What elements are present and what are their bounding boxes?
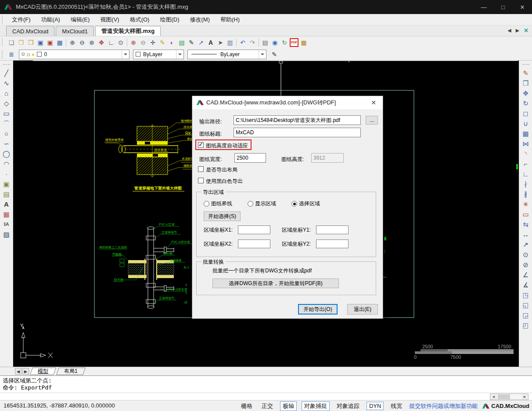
menu-item[interactable]: 修改(M) <box>184 14 215 25</box>
output-path-input[interactable] <box>234 115 361 125</box>
modify-tool-icon[interactable]: ↗ <box>521 239 531 250</box>
draw-tool-icon[interactable]: ○ <box>2 129 11 139</box>
draw-tool-icon[interactable]: ◇ <box>2 98 11 108</box>
toolbar-icon[interactable]: ▦ <box>299 38 308 47</box>
modify-tool-icon[interactable]: ◻ <box>521 108 531 118</box>
status-toggle[interactable]: 正交 <box>259 402 275 411</box>
feedback-link[interactable]: 提交软件问题或增加新功能 <box>409 402 478 410</box>
layout-prev-icon[interactable]: ◀ <box>15 368 22 375</box>
scroll-left-icon[interactable]: ◀ <box>490 394 497 400</box>
start-select-button[interactable]: 开始选择(S) <box>204 211 241 221</box>
toolbar-icon[interactable]: ▥ <box>226 38 234 47</box>
toolbar-icon[interactable]: ⊙ <box>116 38 125 47</box>
modify-tool-icon[interactable]: ❐ <box>521 78 531 88</box>
draw-tool-icon[interactable]: ∽ <box>2 139 11 149</box>
browse-button[interactable]: ... <box>366 116 378 125</box>
toolbar-icon[interactable]: ⊕ <box>68 38 77 47</box>
sheet-width-input[interactable] <box>234 153 266 163</box>
modify-tool-icon[interactable]: ∤ <box>521 179 531 189</box>
coord-input[interactable] <box>238 239 270 248</box>
modify-tool-icon[interactable]: ◳ <box>521 290 531 300</box>
coord-input[interactable] <box>316 225 349 234</box>
modify-tool-icon[interactable]: ◲ <box>521 310 531 320</box>
linetype-combobox[interactable]: ByLayer <box>187 50 266 59</box>
toolbar-icon[interactable]: A <box>206 38 215 47</box>
tab-prev-icon[interactable]: ◀ <box>507 28 511 33</box>
color-combobox[interactable]: ByLayer <box>133 50 184 59</box>
batch-convert-button[interactable]: 选择DWG所在目录，开始批量转PDF(B) <box>212 279 339 288</box>
toolbar-icon[interactable]: ◐ <box>168 38 176 47</box>
modify-tool-icon[interactable]: ↔ <box>521 229 531 239</box>
toolbar-icon[interactable]: ➚ <box>197 38 205 47</box>
toolbar-icon[interactable]: ↶ <box>238 38 247 47</box>
menu-item[interactable]: 视图(V) <box>95 14 124 25</box>
bw-export-checkbox[interactable] <box>198 178 204 183</box>
toolbar-icon[interactable] <box>259 39 259 46</box>
coord-input[interactable] <box>238 225 270 234</box>
coord-input[interactable] <box>316 239 349 248</box>
toolbar-icon[interactable]: ❐ <box>17 38 25 47</box>
region-radio[interactable]: 选择区域 <box>291 200 335 207</box>
toolbar-icon[interactable]: ◉ <box>270 38 279 47</box>
modify-tool-icon[interactable]: ∡ <box>521 280 531 290</box>
layer-combobox[interactable]: ⊙ ◘ ● 0 <box>19 50 129 59</box>
minimize-button[interactable]: — <box>474 0 493 14</box>
scroll-track[interactable] <box>497 394 521 400</box>
toolbar-icon[interactable]: ⊛ <box>87 38 96 47</box>
toolbar-icon[interactable]: ❏ <box>7 38 16 47</box>
command-line-panel[interactable]: 选择区域第二个点:命令: ExportPdf ◀ ▶ <box>0 375 532 400</box>
draw-tool-icon[interactable]: A <box>2 199 11 209</box>
dropdown-arrow-icon[interactable] <box>176 50 183 59</box>
document-tab[interactable]: CAD.MxCloud <box>6 26 54 36</box>
status-toggle[interactable]: 对象捕捉 <box>302 401 330 411</box>
toolbar-icon[interactable]: ⊖ <box>139 38 147 47</box>
modify-tool-icon[interactable]: ⋈ <box>521 139 531 149</box>
exit-button[interactable]: 退出(E) <box>347 304 378 315</box>
toolbar-icon[interactable]: ➤ <box>216 38 225 47</box>
toolbar-icon[interactable]: ▣ <box>46 38 54 47</box>
modify-tool-icon[interactable]: ∟ <box>521 169 531 179</box>
menu-item[interactable]: 格式(O) <box>125 14 155 25</box>
toolbar-icon[interactable] <box>66 39 66 46</box>
toolbar-icon[interactable]: ⊖ <box>78 38 86 47</box>
draw-tool-icon[interactable]: ◠ <box>2 159 11 169</box>
modify-tool-icon[interactable]: ▦ <box>521 129 531 139</box>
status-toggle[interactable]: 对象追踪 <box>334 402 362 411</box>
status-toggle[interactable]: 栅格 <box>239 402 255 411</box>
modify-tool-icon[interactable]: ✥ <box>521 88 531 98</box>
toolbar-icon[interactable] <box>236 39 237 46</box>
modify-tool-icon[interactable]: ✳ <box>521 199 531 209</box>
draw-tool-icon[interactable]: ⌂ <box>2 88 11 98</box>
tab-next-icon[interactable]: ▶ <box>516 28 519 33</box>
toolbar-icon[interactable]: ✛ <box>148 38 157 47</box>
toolbar-icon[interactable]: ↷ <box>248 38 257 47</box>
draw-tool-icon[interactable]: ▦ <box>2 209 11 219</box>
modify-tool-icon[interactable]: ◝ <box>521 149 531 159</box>
dropdown-arrow-icon[interactable] <box>122 50 129 59</box>
toolbar-icon[interactable]: ▤ <box>177 38 186 47</box>
maximize-button[interactable]: □ <box>493 0 513 14</box>
modify-tool-icon[interactable]: ↻ <box>521 98 531 108</box>
toolbar-icon[interactable]: PDF <box>290 38 298 47</box>
scroll-right-icon[interactable]: ▶ <box>521 394 528 400</box>
dialog-title-bar[interactable]: CAD.MxCloud-[www.mxdraw3d.com]-[DWG转PDF]… <box>192 96 383 109</box>
menu-item[interactable]: 文件(F) <box>7 14 36 25</box>
layers-icon[interactable]: ≣ <box>7 50 16 59</box>
toolbar-icon[interactable]: ❒ <box>26 38 35 47</box>
modify-tool-icon[interactable]: ∦ <box>521 189 531 199</box>
modify-tool-icon[interactable]: ◰ <box>521 320 531 330</box>
command-scrollbar[interactable]: ◀ ▶ <box>490 393 528 400</box>
modify-tool-icon[interactable]: ◱ <box>521 300 531 310</box>
document-tab[interactable]: 管道安装大样图.mxg <box>95 26 161 36</box>
command-input[interactable] <box>0 393 532 400</box>
toolbar-icon[interactable]: ✥ <box>97 38 106 47</box>
modify-tool-icon[interactable]: ⊙ <box>521 250 531 260</box>
draw-tool-icon[interactable]: ∿ <box>2 78 11 88</box>
layout-tab[interactable]: 模型 <box>30 368 56 375</box>
draw-tool-icon[interactable]: ∙ <box>2 169 11 179</box>
toolbar-icon[interactable]: ✎ <box>158 38 167 47</box>
toolbar-icon[interactable]: ▦ <box>55 38 64 47</box>
modify-tool-icon[interactable]: ✎ <box>521 68 531 78</box>
toolbar-icon[interactable]: ↻ <box>280 38 289 47</box>
menu-item[interactable]: 绘图(D) <box>155 14 184 25</box>
